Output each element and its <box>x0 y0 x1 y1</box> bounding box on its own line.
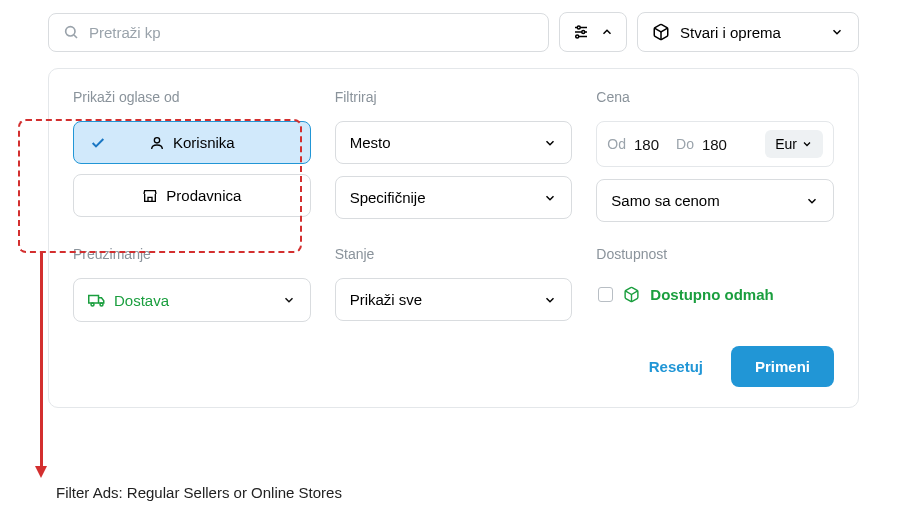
specific-dropdown[interactable]: Specifičnije <box>335 176 573 219</box>
user-icon <box>149 135 165 151</box>
only-with-price-label: Samo sa cenom <box>611 192 719 209</box>
availability-label: Dostupno odmah <box>650 286 773 303</box>
condition-dropdown[interactable]: Prikaži sve <box>335 278 573 321</box>
search-icon <box>63 24 79 40</box>
filter-panel: Prikaži oglase od Korisnika Prodavnica <box>48 68 859 408</box>
chevron-up-icon <box>600 25 614 39</box>
seller-section-label: Prikaži oglase od <box>73 89 311 105</box>
svg-point-12 <box>100 303 103 306</box>
availability-section-label: Dostupnost <box>596 246 834 262</box>
box-icon <box>623 286 640 303</box>
category-label: Stvari i oprema <box>680 24 781 41</box>
specific-label: Specifičnije <box>350 189 426 206</box>
svg-line-1 <box>74 35 77 38</box>
price-to-label: Do <box>676 136 694 152</box>
seller-users-button[interactable]: Korisnika <box>73 121 311 164</box>
seller-segment-group: Korisnika Prodavnica <box>73 121 311 217</box>
svg-point-9 <box>154 137 159 142</box>
box-icon <box>652 23 670 41</box>
check-icon <box>90 135 106 151</box>
truck-icon <box>88 291 106 309</box>
price-from-label: Od <box>607 136 626 152</box>
chevron-down-icon <box>801 138 813 150</box>
chevron-down-icon <box>805 194 819 208</box>
seller-users-label: Korisnika <box>173 134 235 151</box>
chevron-down-icon <box>543 191 557 205</box>
filter-toggle-button[interactable] <box>559 12 627 52</box>
reset-button[interactable]: Resetuj <box>637 348 715 385</box>
search-input[interactable] <box>89 24 534 41</box>
apply-button[interactable]: Primeni <box>731 346 834 387</box>
chevron-down-icon <box>830 25 844 39</box>
availability-row[interactable]: Dostupno odmah <box>596 278 834 311</box>
svg-point-0 <box>66 27 75 36</box>
seller-stores-label: Prodavnica <box>166 187 241 204</box>
availability-checkbox[interactable] <box>598 287 613 302</box>
place-dropdown[interactable]: Mesto <box>335 121 573 164</box>
svg-point-7 <box>576 35 579 38</box>
annotation-caption: Filter Ads: Regular Sellers or Online St… <box>56 484 342 501</box>
currency-label: Eur <box>775 136 797 152</box>
place-label: Mesto <box>350 134 391 151</box>
delivery-dropdown[interactable]: Dostava <box>73 278 311 322</box>
currency-select[interactable]: Eur <box>765 130 823 158</box>
condition-label: Prikaži sve <box>350 291 423 308</box>
store-icon <box>142 188 158 204</box>
price-from-input[interactable] <box>634 136 668 153</box>
price-to-input[interactable] <box>702 136 736 153</box>
annotation-arrow-line <box>40 253 43 468</box>
svg-point-11 <box>91 303 94 306</box>
category-dropdown[interactable]: Stvari i oprema <box>637 12 859 52</box>
price-section-label: Cena <box>596 89 834 105</box>
svg-rect-10 <box>89 296 99 304</box>
chevron-down-icon <box>543 293 557 307</box>
annotation-arrow-head <box>35 466 47 478</box>
seller-stores-button[interactable]: Prodavnica <box>73 174 311 217</box>
search-input-wrap[interactable] <box>48 13 549 52</box>
chevron-down-icon <box>543 136 557 150</box>
condition-section-label: Stanje <box>335 246 573 262</box>
only-with-price-dropdown[interactable]: Samo sa cenom <box>596 179 834 222</box>
filter-section-label: Filtriraj <box>335 89 573 105</box>
svg-point-5 <box>582 31 585 34</box>
svg-point-3 <box>577 26 580 29</box>
chevron-down-icon <box>282 293 296 307</box>
price-range-row: Od Do Eur <box>596 121 834 167</box>
sliders-icon <box>572 23 590 41</box>
pickup-section-label: Preuzimanje <box>73 246 311 262</box>
delivery-label: Dostava <box>114 292 169 309</box>
